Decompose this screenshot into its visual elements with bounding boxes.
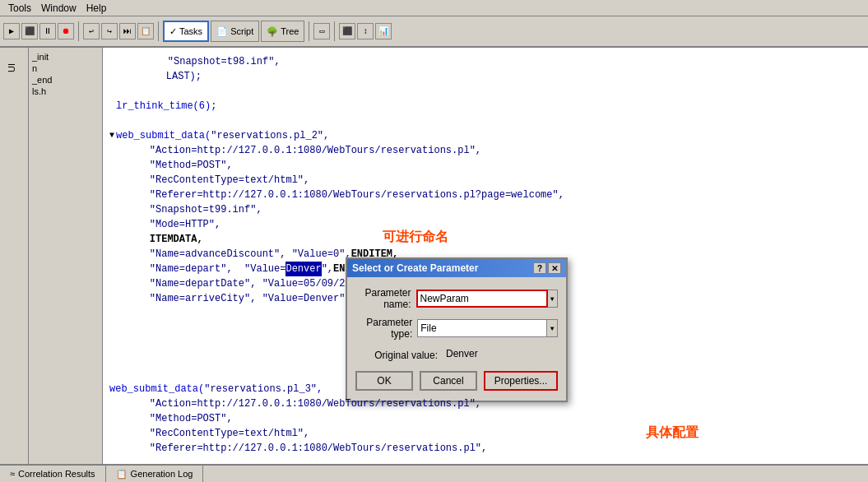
tasks-icon: ✓ <box>169 26 177 37</box>
menubar: Tools Window Help <box>0 0 868 16</box>
menu-tools[interactable]: Tools <box>3 2 36 15</box>
pause-icon[interactable]: ⏸ <box>39 23 56 39</box>
param-type-label: Parameter type: <box>355 317 412 340</box>
left-tab[interactable]: UI <box>0 51 23 76</box>
original-value-text: Denver <box>443 346 558 364</box>
code-line-1: "Snapshot=t98.inf", <box>109 54 861 69</box>
param-name-label: Parameter name: <box>355 287 411 310</box>
statusbar: ≈ Correlation Results 📋 Generation Log <box>0 464 868 482</box>
side-nav-lsh[interactable]: ls.h <box>29 86 102 97</box>
record-icon[interactable]: ⏺ <box>58 23 74 39</box>
sep4 <box>334 21 335 41</box>
tasks-button[interactable]: ✓ Tasks <box>163 21 209 42</box>
side-nav-init[interactable]: _init <box>29 51 102 63</box>
view1-icon[interactable]: ▭ <box>313 23 330 39</box>
dialog-title: Select or Create Parameter <box>352 262 478 274</box>
stop-icon[interactable]: ⬛ <box>21 23 38 39</box>
side-nav: _init n _end ls.h <box>29 48 103 464</box>
code-line-4: lr_think_time(6); <box>109 99 861 114</box>
code-line-3 <box>109 84 861 99</box>
menu-help[interactable]: Help <box>81 2 112 15</box>
step3-icon[interactable]: ⏭ <box>119 23 136 39</box>
code-line-9: "RecContentType=text/html", <box>109 173 861 188</box>
menu-window[interactable]: Window <box>36 2 81 15</box>
original-value-label: Original value: <box>355 350 438 361</box>
code-line-bottom-1: web_submit_data("reservations.pl_3", <box>109 382 868 396</box>
collapse-6[interactable]: ▼ <box>109 128 114 143</box>
side-nav-n[interactable]: n <box>29 63 102 74</box>
code-line-8: "Method=POST", <box>109 158 861 173</box>
tree-icon: 🌳 <box>267 26 278 37</box>
code-line-bottom-2: "Action=http://127.0.0.1:1080/WebTours/r… <box>109 396 868 411</box>
code-line-11: "Snapshot=t99.inf", <box>109 202 861 217</box>
code-line-10: "Referer=http://127.0.0.1:1080/WebTours/… <box>109 188 861 202</box>
param-name-input[interactable] <box>416 290 548 308</box>
original-value-row: Original value: Denver <box>355 346 558 364</box>
param-name-row: Parameter name: ▼ <box>355 287 558 310</box>
dialog-help-button[interactable]: ? <box>533 262 546 274</box>
code-line-12: "Mode=HTTP", <box>109 217 861 232</box>
script-button[interactable]: 📄 Script <box>211 21 259 42</box>
log-icon: 📋 <box>116 469 128 480</box>
dialog-titlebar-buttons: ? ✕ <box>533 262 561 274</box>
sep2 <box>158 21 159 41</box>
code-line-bottom-5: "Referer=http://127.0.0.1:1080/WebTours/… <box>109 441 868 456</box>
dialog-titlebar: Select or Create Parameter ? ✕ <box>347 259 566 277</box>
step2-icon[interactable]: ↪ <box>101 23 118 39</box>
copy-icon[interactable]: 📋 <box>137 23 154 39</box>
script-icon: 📄 <box>216 26 228 37</box>
param-type-input[interactable] <box>417 319 547 337</box>
sep1 <box>78 21 79 41</box>
param-type-dropdown[interactable]: ▼ <box>547 319 558 337</box>
code-bottom: web_submit_data("reservations.pl_3", "Ac… <box>109 382 868 456</box>
code-line-6: ▼ web_submit_data("reservations.pl_2", <box>109 128 861 143</box>
select-create-parameter-dialog: Select or Create Parameter ? ✕ Parameter… <box>346 257 568 402</box>
param-type-row: Parameter type: ▼ <box>355 317 558 340</box>
code-line-bottom-3: "Method=POST", <box>109 411 868 426</box>
annotation-naming: 可进行命名 <box>383 229 448 246</box>
code-area: "Snapshot=t98.inf", LAST); lr_think_time… <box>103 48 868 464</box>
main-area: UI _init n _end ls.h "Snapshot=t98.inf",… <box>0 48 868 464</box>
view3-icon[interactable]: ↕ <box>357 23 374 39</box>
code-line-5 <box>109 114 861 128</box>
code-line-7: "Action=http://127.0.0.1:1080/WebTours/r… <box>109 143 861 158</box>
code-line-13: ITEMDATA, <box>109 232 861 247</box>
left-panel: UI <box>0 48 29 464</box>
generation-log-tab[interactable]: 📋 Generation Log <box>106 466 204 482</box>
side-nav-end[interactable]: _end <box>29 74 102 86</box>
sep3 <box>309 21 309 41</box>
dialog-close-button[interactable]: ✕ <box>548 262 561 274</box>
view4-icon[interactable]: 📊 <box>375 23 392 39</box>
code-line-bottom-4: "RecContentType=text/html", <box>109 426 868 441</box>
play-icon[interactable]: ▶ <box>3 23 20 39</box>
code-line-2: LAST); <box>109 69 861 84</box>
toolbar: ▶ ⬛ ⏸ ⏺ ↩ ↪ ⏭ 📋 ✓ Tasks 📄 Script 🌳 Tree … <box>0 16 868 48</box>
view2-icon[interactable]: ⬛ <box>339 23 355 39</box>
correlation-results-tab[interactable]: ≈ Correlation Results <box>0 466 106 482</box>
param-name-dropdown[interactable]: ▼ <box>548 290 558 308</box>
tree-button[interactable]: 🌳 Tree <box>261 21 304 42</box>
correlation-icon: ≈ <box>10 469 15 479</box>
step-icon[interactable]: ↩ <box>83 23 100 39</box>
